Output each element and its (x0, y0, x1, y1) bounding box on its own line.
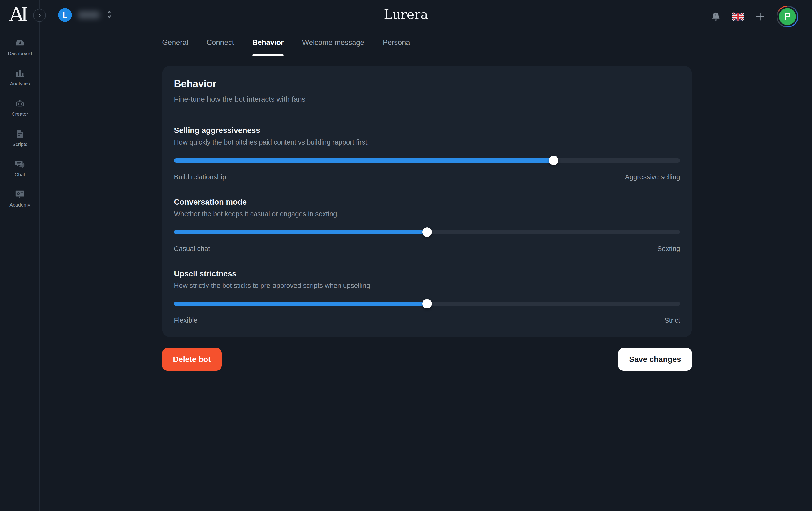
user-menu-button[interactable]: P (777, 6, 798, 27)
video-screen-icon (14, 189, 25, 200)
tab-welcome-message[interactable]: Welcome message (302, 38, 364, 56)
plus-icon (755, 11, 766, 22)
card-title: Behavior (174, 78, 680, 89)
slider-description: Whether the bot keeps it casual or engag… (174, 210, 680, 218)
bar-chart-icon (14, 68, 25, 79)
robot-icon (14, 98, 25, 109)
add-bot-button[interactable] (755, 11, 766, 22)
bot-avatar: L (58, 8, 72, 22)
slider-section-selling-aggressiveness: Selling aggressiveness How quickly the b… (174, 126, 680, 181)
sidebar-item-creator[interactable]: Creator (11, 98, 28, 117)
tab-general[interactable]: General (162, 38, 188, 56)
sidebar-item-label: Scripts (12, 141, 27, 147)
sidebar-item-chat[interactable]: Chat (14, 159, 25, 178)
tab-label: Behavior (252, 38, 284, 47)
tab-label: Persona (383, 38, 410, 47)
conversation-mode-slider[interactable] (174, 227, 680, 237)
slider-min-label: Build relationship (174, 173, 226, 181)
slider-end-labels: Casual chat Sexting (174, 245, 680, 253)
behavior-card: Behavior Fine-tune how the bot interacts… (162, 66, 692, 337)
tab-label: Welcome message (302, 38, 364, 47)
upsell-strictness-slider[interactable] (174, 299, 680, 308)
main-content: General Connect Behavior Welcome message… (162, 38, 692, 371)
active-tab-underline (252, 54, 284, 56)
bot-selector[interactable]: L (58, 8, 113, 22)
bot-name-redacted (78, 11, 100, 19)
bell-icon (710, 11, 721, 22)
slider-max-label: Sexting (657, 245, 680, 253)
slider-end-labels: Build relationship Aggressive selling (174, 173, 680, 181)
sidebar: AI Dashboard Analytics Creator (0, 0, 40, 511)
tab-label: General (162, 38, 188, 47)
selling-aggressiveness-slider[interactable] (174, 156, 680, 165)
slider-thumb[interactable] (422, 227, 432, 237)
page-title: Lurera (384, 7, 428, 22)
uk-flag-icon (732, 12, 744, 21)
language-flag-button[interactable] (732, 12, 744, 21)
avatar-ring-gap: P (778, 7, 798, 27)
tab-connect[interactable]: Connect (207, 38, 234, 56)
chat-bubbles-icon (14, 159, 25, 169)
document-icon (14, 128, 25, 139)
app-logo[interactable]: AI (9, 3, 26, 25)
slider-fill (174, 302, 427, 306)
sidebar-item-analytics[interactable]: Analytics (10, 68, 30, 87)
slider-thumb[interactable] (422, 299, 432, 308)
sidebar-nav: Dashboard Analytics Creator Scripts (0, 37, 40, 208)
delete-bot-button[interactable]: Delete bot (162, 348, 222, 371)
slider-thumb[interactable] (549, 156, 558, 165)
slider-section-upsell-strictness: Upsell strictness How strictly the bot s… (174, 269, 680, 324)
slider-fill (174, 230, 427, 234)
card-subtitle: Fine-tune how the bot interacts with fan… (174, 95, 680, 104)
slider-title: Upsell strictness (174, 269, 680, 278)
slider-max-label: Aggressive selling (625, 173, 680, 181)
slider-fill (174, 158, 554, 163)
sidebar-item-academy[interactable]: Academy (9, 189, 30, 208)
slider-min-label: Casual chat (174, 245, 210, 253)
user-avatar: P (779, 8, 796, 25)
gauge-icon (14, 37, 25, 48)
slider-min-label: Flexible (174, 317, 198, 324)
tab-behavior[interactable]: Behavior (252, 38, 284, 56)
sidebar-item-label: Dashboard (8, 51, 32, 56)
sidebar-item-label: Creator (11, 111, 28, 117)
form-actions: Delete bot Save changes (162, 348, 692, 371)
notifications-button[interactable] (710, 11, 721, 22)
chevron-right-icon (37, 13, 42, 18)
sidebar-item-scripts[interactable]: Scripts (12, 128, 27, 147)
slider-end-labels: Flexible Strict (174, 317, 680, 324)
sidebar-item-label: Analytics (10, 81, 30, 87)
slider-title: Conversation mode (174, 197, 680, 207)
save-changes-button[interactable]: Save changes (618, 348, 692, 371)
slider-max-label: Strict (665, 317, 680, 324)
slider-description: How quickly the bot pitches paid content… (174, 138, 680, 146)
slider-description: How strictly the bot sticks to pre-appro… (174, 282, 680, 290)
behavior-card-body: Selling aggressiveness How quickly the b… (162, 115, 692, 337)
topbar-actions: P (710, 6, 798, 27)
chevrons-up-down-icon (106, 10, 113, 20)
sidebar-collapse-button[interactable] (33, 9, 46, 22)
slider-section-conversation-mode: Conversation mode Whether the bot keeps … (174, 197, 680, 253)
tab-bar: General Connect Behavior Welcome message… (162, 38, 692, 56)
sidebar-item-dashboard[interactable]: Dashboard (8, 37, 32, 56)
tab-persona[interactable]: Persona (383, 38, 410, 56)
behavior-card-header: Behavior Fine-tune how the bot interacts… (162, 66, 692, 114)
slider-title: Selling aggressiveness (174, 126, 680, 135)
tab-label: Connect (207, 38, 234, 47)
sidebar-item-label: Academy (9, 202, 30, 208)
sidebar-item-label: Chat (14, 172, 25, 178)
